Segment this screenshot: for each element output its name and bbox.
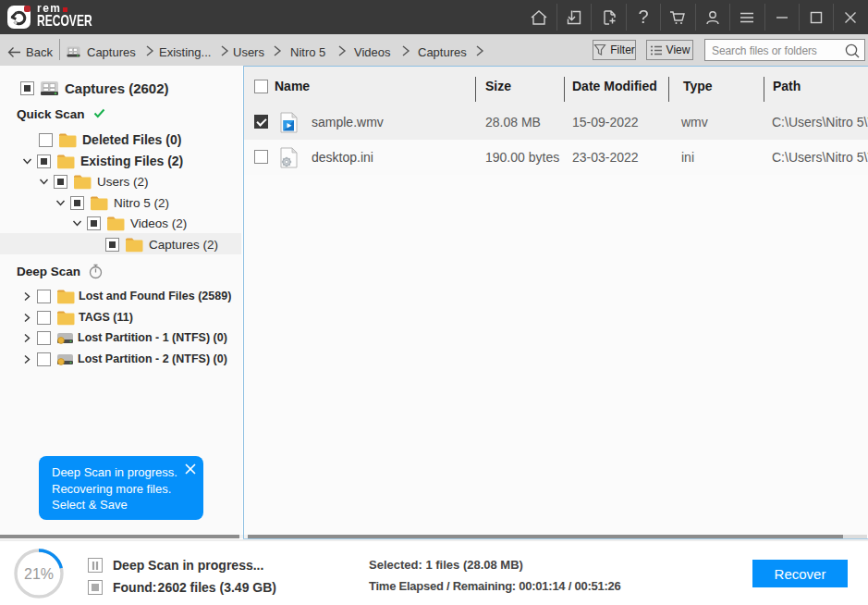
- svg-text:21%: 21%: [24, 566, 54, 582]
